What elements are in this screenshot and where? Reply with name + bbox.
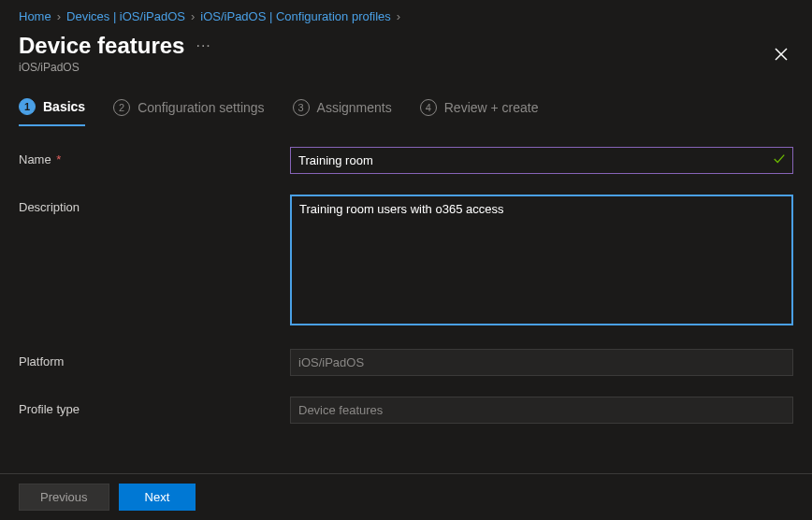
name-input[interactable]: [290, 147, 793, 174]
platform-input: [290, 349, 793, 376]
step-label: Review + create: [444, 100, 539, 115]
step-assignments[interactable]: 3 Assignments: [293, 98, 392, 126]
breadcrumb: Home › Devices | iOS/iPadOS › iOS/iPadOS…: [0, 0, 812, 29]
required-marker: *: [56, 152, 61, 166]
basics-form: Name * Description Platform Profile type: [0, 126, 812, 424]
more-actions-icon[interactable]: ···: [196, 37, 210, 54]
description-textarea[interactable]: [290, 195, 793, 325]
wizard-steps: 1 Basics 2 Configuration settings 3 Assi…: [0, 74, 812, 126]
profile-type-label: Profile type: [19, 397, 290, 416]
breadcrumb-devices[interactable]: Devices | iOS/iPadOS: [66, 9, 185, 23]
chevron-right-icon: ›: [397, 9, 400, 23]
close-button[interactable]: [769, 40, 793, 71]
step-number: 1: [19, 98, 36, 115]
next-button[interactable]: Next: [119, 484, 196, 511]
platform-label: Platform: [19, 349, 290, 368]
chevron-right-icon: ›: [57, 9, 61, 23]
wizard-footer: Previous Next: [0, 473, 812, 520]
step-basics[interactable]: 1 Basics: [19, 98, 85, 126]
chevron-right-icon: ›: [191, 9, 195, 23]
breadcrumb-config-profiles[interactable]: iOS/iPadOS | Configuration profiles: [200, 9, 391, 23]
page-header: Device features ··· iOS/iPadOS: [0, 29, 812, 74]
step-label: Configuration settings: [138, 100, 264, 115]
close-icon: [775, 48, 788, 61]
step-number: 4: [420, 99, 437, 116]
page-subtitle: iOS/iPadOS: [19, 61, 211, 74]
step-label: Assignments: [317, 100, 392, 115]
step-number: 3: [293, 99, 310, 116]
step-number: 2: [113, 99, 130, 116]
description-label: Description: [19, 195, 290, 214]
previous-button[interactable]: Previous: [19, 484, 109, 511]
step-review-create[interactable]: 4 Review + create: [420, 98, 539, 126]
breadcrumb-home[interactable]: Home: [19, 9, 51, 23]
check-icon: [773, 152, 786, 168]
step-configuration-settings[interactable]: 2 Configuration settings: [113, 98, 264, 126]
page-title: Device features: [19, 33, 184, 59]
profile-type-input: [290, 397, 793, 424]
step-label: Basics: [43, 99, 85, 114]
name-label: Name *: [19, 147, 290, 166]
